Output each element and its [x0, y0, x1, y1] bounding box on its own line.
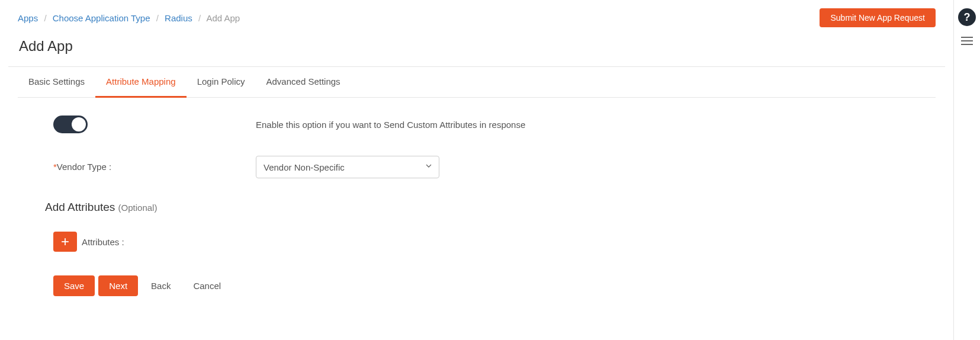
- breadcrumb: Apps / Choose Application Type / Radius …: [18, 13, 240, 23]
- breadcrumb-link-radius[interactable]: Radius: [165, 13, 192, 23]
- cancel-button[interactable]: Cancel: [184, 275, 230, 296]
- submit-new-app-request-button[interactable]: Submit New App Request: [820, 8, 936, 27]
- page-title: Add App: [8, 27, 945, 66]
- breadcrumb-link-choose-type[interactable]: Choose Application Type: [53, 13, 150, 23]
- optional-text: (Optional): [118, 203, 158, 213]
- add-attributes-heading: Add Attributes (Optional): [45, 201, 918, 214]
- tab-attribute-mapping[interactable]: Attribute Mapping: [95, 67, 187, 98]
- toggle-description: Enable this option if you want to Send C…: [256, 120, 918, 130]
- attributes-label: Attributes :: [82, 237, 124, 247]
- add-attribute-button[interactable]: +: [53, 232, 77, 252]
- breadcrumb-sep: /: [156, 13, 159, 23]
- next-button[interactable]: Next: [98, 275, 138, 296]
- tab-login-policy[interactable]: Login Policy: [187, 67, 256, 97]
- breadcrumb-sep: /: [198, 13, 201, 23]
- vendor-type-value: Vendor Non-Specific: [264, 162, 345, 172]
- help-icon[interactable]: ?: [958, 8, 976, 26]
- tabs: Basic Settings Attribute Mapping Login P…: [18, 67, 936, 98]
- save-button[interactable]: Save: [53, 275, 95, 296]
- breadcrumb-current: Add App: [206, 13, 240, 23]
- vendor-type-label: *Vendor Type :: [53, 162, 111, 172]
- chevron-down-icon: [426, 164, 432, 170]
- toggle-knob: [72, 117, 86, 131]
- custom-attributes-toggle[interactable]: [53, 116, 88, 133]
- back-button[interactable]: Back: [142, 275, 180, 296]
- right-rail: ?: [953, 0, 980, 320]
- tab-advanced-settings[interactable]: Advanced Settings: [256, 67, 351, 97]
- menu-icon[interactable]: [961, 37, 973, 45]
- tab-basic-settings[interactable]: Basic Settings: [18, 67, 95, 97]
- breadcrumb-sep: /: [44, 13, 46, 23]
- breadcrumb-link-apps[interactable]: Apps: [18, 13, 38, 23]
- plus-icon: +: [61, 235, 69, 249]
- vendor-type-select[interactable]: Vendor Non-Specific: [256, 156, 439, 178]
